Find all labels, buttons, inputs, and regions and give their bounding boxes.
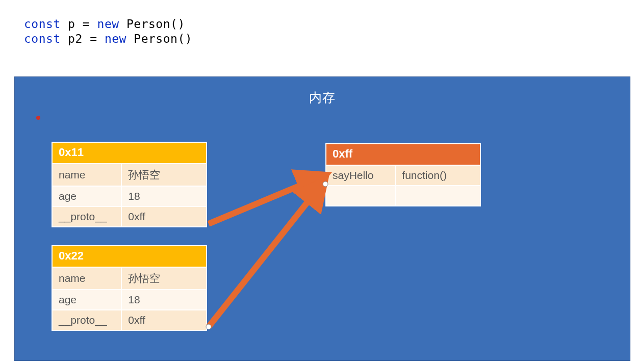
object-table-0x22: 0x22 name孙悟空 age18 __proto__0xff bbox=[52, 245, 207, 331]
table-row: age18 bbox=[52, 186, 207, 206]
object-addr: 0x22 bbox=[52, 246, 207, 267]
table-row: age18 bbox=[52, 290, 207, 310]
object-addr: 0xff bbox=[326, 144, 480, 165]
code-line-2: const p2 = new Person() bbox=[24, 32, 192, 45]
code-line-1: const p = new Person() bbox=[24, 17, 185, 31]
table-row: sayHellofunction() bbox=[326, 165, 480, 186]
object-table-0x11: 0x11 name孙悟空 age18 __proto__0xff bbox=[52, 142, 207, 227]
table-row bbox=[326, 186, 480, 206]
memory-title: 内存 bbox=[15, 89, 630, 106]
arrow-0x11-to-0xff bbox=[209, 177, 321, 224]
code-block: const p = new Person() const p2 = new Pe… bbox=[24, 2, 192, 46]
object-table-0xff: 0xff sayHellofunction() bbox=[325, 143, 481, 206]
table-row: name孙悟空 bbox=[52, 164, 207, 186]
arrow-0x22-to-0xff bbox=[209, 184, 322, 327]
table-row: __proto__0xff bbox=[52, 206, 207, 227]
red-dot-icon bbox=[36, 116, 40, 120]
table-row: __proto__0xff bbox=[52, 310, 207, 330]
memory-panel: 内存 0x11 name孙悟空 age18 __proto__0xff 0x22… bbox=[14, 76, 630, 361]
object-addr: 0x11 bbox=[52, 142, 207, 164]
table-row: name孙悟空 bbox=[52, 267, 207, 290]
